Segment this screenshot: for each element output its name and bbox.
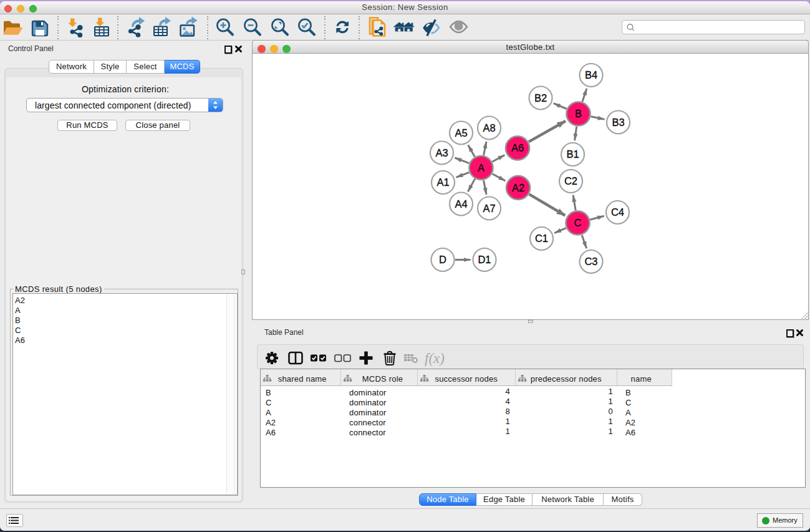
svg-text:A7: A7 xyxy=(483,203,495,214)
svg-text:A5: A5 xyxy=(455,127,467,138)
svg-text:C4: C4 xyxy=(611,206,624,218)
svg-text:B2: B2 xyxy=(534,92,547,104)
svg-text:A8: A8 xyxy=(483,122,495,133)
svg-text:B4: B4 xyxy=(585,69,597,80)
svg-text:f(x): f(x) xyxy=(425,351,445,366)
svg-text:A2: A2 xyxy=(512,182,524,193)
svg-text:C: C xyxy=(574,217,582,228)
svg-text:D1: D1 xyxy=(478,254,491,265)
svg-text:C1: C1 xyxy=(535,233,548,244)
svg-text:A: A xyxy=(478,162,485,173)
svg-text:A6: A6 xyxy=(511,142,524,153)
svg-text:D: D xyxy=(439,254,446,265)
svg-text:A3: A3 xyxy=(435,147,448,158)
svg-text:B1: B1 xyxy=(566,148,579,160)
svg-text:C2: C2 xyxy=(564,175,577,186)
svg-text:C3: C3 xyxy=(584,256,597,267)
svg-text:A1: A1 xyxy=(436,177,449,188)
svg-text:B3: B3 xyxy=(612,117,624,128)
svg-text:A4: A4 xyxy=(455,198,467,210)
svg-text:B: B xyxy=(575,108,582,119)
